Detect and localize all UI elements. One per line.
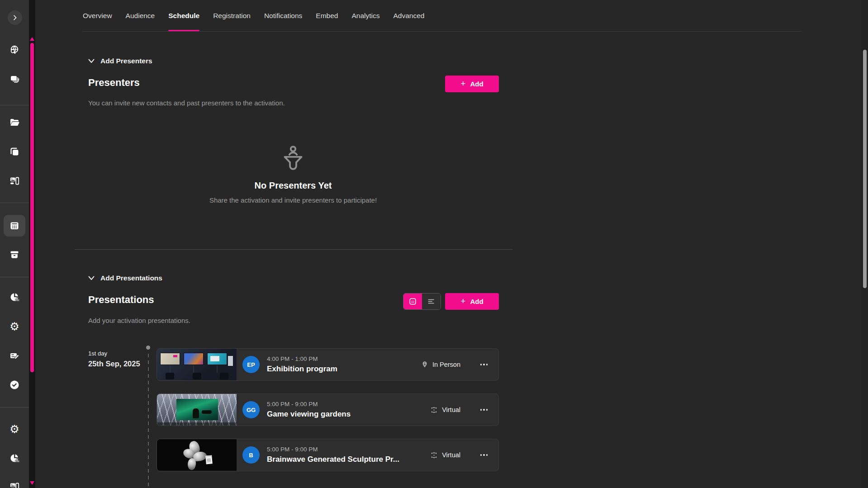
calendar-grid-icon bbox=[408, 297, 417, 306]
add-presenters-label: Add Presenters bbox=[100, 57, 152, 65]
calendar-icon bbox=[9, 220, 20, 231]
avatar: EP bbox=[242, 356, 260, 373]
pie-analytics-icon bbox=[9, 453, 20, 464]
sidebar-item-settings[interactable]: ⚙ bbox=[9, 321, 20, 332]
plus-icon: + bbox=[460, 297, 465, 305]
add-presentation-button[interactable]: + Add bbox=[445, 293, 499, 310]
timeline-dashed-line bbox=[148, 354, 149, 488]
virtual-360-icon bbox=[430, 406, 438, 414]
presentations-title: Presentations bbox=[88, 294, 154, 306]
cards-stack-icon bbox=[9, 74, 20, 85]
right-scrollbar-track[interactable] bbox=[861, 0, 868, 488]
view-toggle bbox=[403, 293, 441, 310]
avatar: GG bbox=[242, 401, 260, 418]
event-schedule-page: ⚙ ⚙ bbox=[0, 0, 868, 488]
add-presenters-collapse[interactable]: Add Presenters bbox=[88, 57, 152, 65]
left-scrollbar-thumb[interactable] bbox=[30, 43, 34, 372]
chevron-down-icon bbox=[88, 276, 95, 280]
add-presenter-button[interactable]: + Add bbox=[445, 76, 499, 92]
left-scrollbar-track[interactable] bbox=[29, 0, 35, 488]
scroll-up-arrow-icon[interactable] bbox=[30, 37, 34, 41]
sidebar-item-archive[interactable] bbox=[9, 249, 20, 260]
tab-embed[interactable]: Embed bbox=[316, 0, 338, 32]
chevron-right-icon bbox=[11, 14, 19, 21]
add-presentation-button-label: Add bbox=[470, 298, 483, 305]
sidebar-item-files[interactable] bbox=[9, 117, 20, 128]
presentation-time: 4:00 PM - 1:00 PM bbox=[267, 355, 337, 362]
folder-open-icon bbox=[9, 117, 20, 128]
timeline-dot bbox=[146, 346, 150, 350]
media-kit-icon bbox=[9, 481, 20, 488]
scroll-down-arrow-icon[interactable] bbox=[30, 481, 34, 485]
schedule-day-label: 1st day bbox=[88, 350, 107, 357]
tab-bar: Overview Audience Schedule Registration … bbox=[83, 0, 424, 32]
globe-search-icon bbox=[9, 44, 20, 55]
presentation-mode-label: Virtual bbox=[442, 406, 460, 413]
gear-icon: ⚙ bbox=[9, 321, 19, 332]
presentation-thumbnail bbox=[157, 439, 237, 471]
tab-schedule[interactable]: Schedule bbox=[168, 0, 199, 32]
more-options-icon[interactable] bbox=[479, 406, 489, 413]
schedule-view-button[interactable] bbox=[403, 294, 422, 309]
sidebar-item-schedule-active[interactable] bbox=[4, 215, 25, 237]
empty-state-subtitle: Share the activation and invite presente… bbox=[90, 196, 497, 204]
plus-icon: + bbox=[460, 79, 465, 88]
virtual-360-icon bbox=[430, 451, 438, 459]
tab-analytics[interactable]: Analytics bbox=[351, 0, 379, 32]
tab-audience[interactable]: Audience bbox=[126, 0, 155, 32]
location-pin-icon bbox=[421, 361, 428, 368]
list-view-icon bbox=[427, 297, 436, 306]
presentations-description: Add your activation presentations. bbox=[88, 317, 190, 324]
presentation-thumbnail bbox=[157, 349, 237, 380]
avatar: B bbox=[242, 446, 260, 464]
media-kit-icon bbox=[9, 175, 20, 186]
check-circle-icon bbox=[9, 379, 20, 390]
empty-state-title: No Presenters Yet bbox=[90, 179, 497, 192]
sidebar-item-activations[interactable] bbox=[9, 74, 20, 85]
archive-icon bbox=[9, 249, 20, 260]
tab-advanced[interactable]: Advanced bbox=[393, 0, 424, 32]
sidebar-item-registration-card[interactable] bbox=[9, 351, 20, 361]
presentation-mode-label: In Person bbox=[432, 361, 460, 368]
presenters-title: Presenters bbox=[88, 77, 140, 89]
presentation-mode: In Person bbox=[421, 361, 460, 368]
presentation-card-exhibition-program[interactable]: EP 4:00 PM - 1:00 PM Exhibition program … bbox=[157, 348, 499, 381]
tab-overview[interactable]: Overview bbox=[83, 0, 112, 32]
sidebar-item-discover[interactable] bbox=[9, 44, 20, 55]
more-options-icon[interactable] bbox=[479, 361, 489, 368]
sidebar-item-templates[interactable] bbox=[9, 146, 20, 157]
sidebar-divider bbox=[0, 407, 29, 407]
add-presentations-label: Add Presentations bbox=[100, 274, 162, 282]
sidebar-expand-button[interactable] bbox=[8, 10, 22, 25]
presentation-thumbnail bbox=[157, 394, 237, 426]
tab-registration[interactable]: Registration bbox=[213, 0, 251, 32]
sidebar-item-media-kit-secondary[interactable] bbox=[9, 481, 20, 488]
presentation-title: Game viewing gardens bbox=[267, 410, 351, 419]
right-scrollbar-thumb[interactable] bbox=[863, 50, 867, 288]
tab-notifications[interactable]: Notifications bbox=[264, 0, 302, 32]
sidebar-divider bbox=[0, 105, 29, 105]
tab-bar-divider bbox=[83, 31, 802, 32]
presentation-mode: Virtual bbox=[430, 451, 460, 459]
presentation-card-game-viewing-gardens[interactable]: GG 5:00 PM - 9:00 PM Game viewing garden… bbox=[157, 393, 499, 426]
schedule-date-label: 25th Sep, 2025 bbox=[88, 360, 140, 368]
presenters-empty-state: No Presenters Yet Share the activation a… bbox=[90, 144, 497, 204]
sidebar-item-media-kit[interactable] bbox=[9, 175, 20, 186]
presentation-card-brainwave-sculpture[interactable]: B 5:00 PM - 9:00 PM Brainwave Generated … bbox=[157, 439, 499, 471]
sidebar-divider bbox=[0, 277, 29, 277]
sidebar-divider bbox=[0, 203, 29, 203]
card-edit-icon bbox=[9, 351, 20, 361]
list-view-button[interactable] bbox=[422, 294, 441, 309]
presenters-description: You can invite new contacts and past pre… bbox=[88, 99, 285, 107]
add-presentations-collapse[interactable]: Add Presentations bbox=[88, 274, 162, 282]
sidebar-item-checkin[interactable] bbox=[9, 379, 20, 390]
section-divider bbox=[75, 249, 512, 250]
presentation-mode-label: Virtual bbox=[442, 451, 460, 459]
more-options-icon[interactable] bbox=[479, 451, 489, 459]
presentation-time: 5:00 PM - 9:00 PM bbox=[267, 401, 351, 407]
add-presenter-button-label: Add bbox=[470, 80, 483, 88]
sidebar-item-analytics-secondary[interactable] bbox=[9, 453, 20, 464]
sidebar-item-analytics[interactable] bbox=[9, 292, 20, 303]
presentation-title: Brainwave Generated Sculpture Pr... bbox=[267, 455, 399, 464]
sidebar-item-settings-secondary[interactable]: ⚙ bbox=[9, 424, 20, 435]
